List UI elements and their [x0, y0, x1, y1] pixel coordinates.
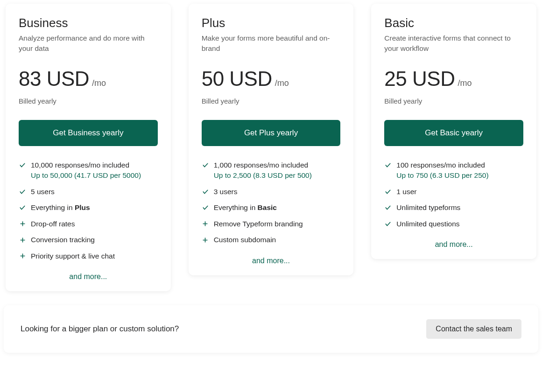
feature-text-main: 1,000 responses/mo included [214, 161, 309, 169]
feature-text: Everything in Plus [31, 203, 158, 213]
price-row: 50 USD/mo [202, 67, 341, 91]
feature-item: Conversion tracking [19, 235, 158, 245]
feature-item: 1,000 responses/mo includedUp to 2,500 (… [202, 160, 341, 181]
check-icon [202, 187, 209, 197]
feature-text: Unlimited questions [396, 219, 523, 229]
feature-text: 10,000 responses/mo includedUp to 50,000… [31, 160, 158, 181]
feature-text-main: Conversion tracking [31, 236, 95, 244]
check-icon [384, 203, 392, 213]
feature-text: Custom subdomain [214, 235, 341, 245]
plan-card-plus: PlusMake your forms more beautiful and o… [189, 4, 354, 275]
more-link[interactable]: and more... [202, 257, 341, 265]
check-icon [19, 203, 26, 213]
plan-card-basic: BasicCreate interactive forms that conne… [371, 4, 536, 259]
plan-tagline: Make your forms more beautiful and on-br… [202, 33, 341, 54]
feature-text: Drop-off rates [31, 219, 158, 229]
feature-text: Everything in Basic [214, 203, 341, 213]
billed-text: Billed yearly [384, 97, 523, 105]
feature-text-bold: Basic [258, 203, 277, 211]
billed-text: Billed yearly [202, 97, 341, 105]
plan-tagline: Analyze performance and do more with you… [19, 33, 158, 54]
feature-sublabel: Up to 750 (6.3 USD per 250) [396, 170, 523, 181]
feature-text: Unlimited typeforms [396, 203, 523, 213]
feature-text: 5 users [31, 187, 158, 197]
sales-banner: Looking for a bigger plan or custom solu… [4, 305, 538, 353]
get-business-button[interactable]: Get Business yearly [19, 120, 158, 146]
plus-icon [202, 235, 209, 245]
feature-item: Everything in Plus [19, 203, 158, 213]
plan-tagline: Create interactive forms that connect to… [384, 33, 523, 54]
feature-list: 1,000 responses/mo includedUp to 2,500 (… [202, 160, 341, 245]
feature-text-main: 5 users [31, 188, 55, 196]
feature-text: 3 users [214, 187, 341, 197]
feature-item: 3 users [202, 187, 341, 197]
feature-text-prefix: Everything in [31, 203, 75, 211]
price-period: /mo [458, 78, 472, 88]
feature-text: Remove Typeform branding [214, 219, 341, 229]
feature-text-main: Custom subdomain [214, 236, 276, 244]
feature-item: Everything in Basic [202, 203, 341, 213]
get-plus-button[interactable]: Get Plus yearly [202, 120, 341, 146]
feature-text: 100 responses/mo includedUp to 750 (6.3 … [396, 160, 523, 181]
feature-item: 10,000 responses/mo includedUp to 50,000… [19, 160, 158, 181]
price-period: /mo [92, 78, 106, 88]
feature-text: Priority support & live chat [31, 251, 158, 261]
price-amount: 25 USD [384, 67, 455, 91]
more-link[interactable]: and more... [19, 273, 158, 281]
sales-text: Looking for a bigger plan or custom solu… [21, 324, 179, 334]
pricing-grid: BusinessAnalyze performance and do more … [4, 4, 538, 291]
plus-icon [202, 219, 209, 229]
plan-card-business: BusinessAnalyze performance and do more … [6, 4, 171, 291]
plus-icon [19, 219, 26, 229]
feature-text-prefix: Everything in [214, 203, 258, 211]
feature-item: 100 responses/mo includedUp to 750 (6.3 … [384, 160, 523, 181]
feature-text-main: Remove Typeform branding [214, 220, 303, 228]
price-row: 25 USD/mo [384, 67, 523, 91]
feature-text-main: Unlimited typeforms [396, 203, 460, 211]
contact-sales-button[interactable]: Contact the sales team [426, 319, 521, 339]
feature-sublabel: Up to 50,000 (41.7 USD per 5000) [31, 170, 158, 181]
check-icon [384, 160, 392, 170]
feature-item: Remove Typeform branding [202, 219, 341, 229]
feature-item: Unlimited typeforms [384, 203, 523, 213]
plus-icon [19, 235, 26, 245]
feature-item: Unlimited questions [384, 219, 523, 229]
plus-icon [19, 251, 26, 261]
feature-text-main: Drop-off rates [31, 220, 75, 228]
feature-text: 1,000 responses/mo includedUp to 2,500 (… [214, 160, 341, 181]
price-amount: 83 USD [19, 67, 89, 91]
feature-text-main: Priority support & live chat [31, 252, 115, 260]
feature-text-main: 100 responses/mo included [396, 161, 485, 169]
check-icon [19, 160, 26, 170]
feature-item: Drop-off rates [19, 219, 158, 229]
check-icon [19, 187, 26, 197]
feature-item: 5 users [19, 187, 158, 197]
more-link[interactable]: and more... [384, 240, 523, 249]
feature-text-main: Unlimited questions [396, 220, 459, 228]
billed-text: Billed yearly [19, 97, 158, 105]
feature-item: 1 user [384, 187, 523, 197]
feature-text-main: 1 user [396, 188, 416, 196]
feature-text: Conversion tracking [31, 235, 158, 245]
check-icon [384, 187, 392, 197]
price-amount: 50 USD [202, 67, 272, 91]
plan-name: Basic [384, 16, 523, 30]
feature-list: 100 responses/mo includedUp to 750 (6.3 … [384, 160, 523, 229]
check-icon [202, 160, 209, 170]
price-period: /mo [275, 78, 289, 88]
feature-item: Priority support & live chat [19, 251, 158, 261]
plan-name: Plus [202, 16, 341, 30]
feature-list: 10,000 responses/mo includedUp to 50,000… [19, 160, 158, 261]
feature-item: Custom subdomain [202, 235, 341, 245]
check-icon [384, 219, 392, 229]
feature-text-main: 3 users [214, 188, 238, 196]
feature-text: 1 user [396, 187, 523, 197]
price-row: 83 USD/mo [19, 67, 158, 91]
feature-text-bold: Plus [75, 203, 90, 211]
plan-name: Business [19, 16, 158, 30]
feature-sublabel: Up to 2,500 (8.3 USD per 500) [214, 170, 341, 181]
check-icon [202, 203, 209, 213]
feature-text-main: 10,000 responses/mo included [31, 161, 129, 169]
get-basic-button[interactable]: Get Basic yearly [384, 120, 523, 146]
